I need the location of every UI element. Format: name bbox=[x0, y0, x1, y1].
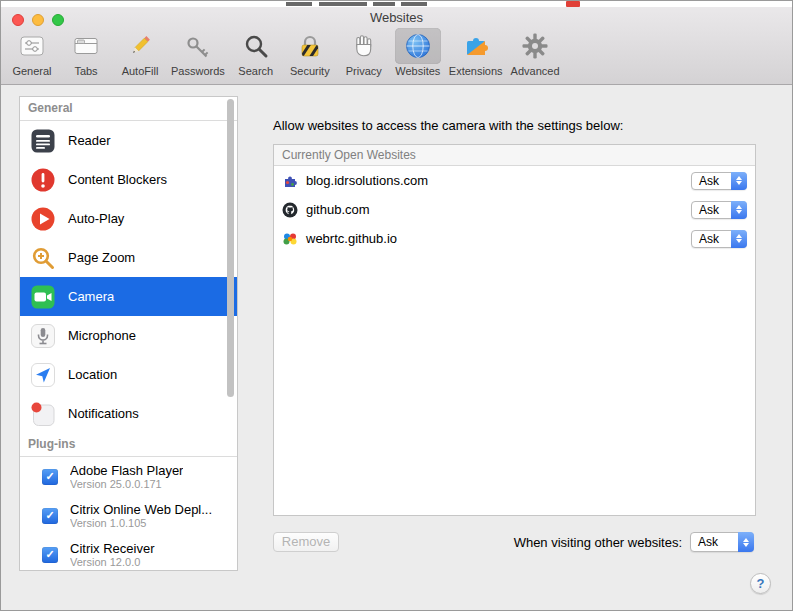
plugin-version: Version 1.0.105 bbox=[70, 517, 212, 530]
sidebar-item-label: Camera bbox=[68, 289, 114, 304]
background-text-fragment bbox=[373, 2, 395, 6]
sidebar-section-general: General bbox=[20, 97, 237, 121]
toolbar-item-autofill[interactable]: AutoFill bbox=[117, 28, 163, 77]
idrsolutions-favicon bbox=[282, 173, 298, 189]
table-row[interactable]: blog.idrsolutions.com Ask bbox=[274, 166, 755, 195]
sidebar-section-plugins: Plug-ins bbox=[20, 433, 237, 457]
search-icon bbox=[233, 28, 279, 64]
sidebar-item-page-zoom[interactable]: Page Zoom bbox=[20, 238, 237, 277]
sidebar-item-location[interactable]: Location bbox=[20, 355, 237, 394]
plugin-version: Version 25.0.0.171 bbox=[70, 478, 183, 491]
sidebar-item-reader[interactable]: Reader bbox=[20, 121, 237, 160]
preferences-toolbar: General Tabs AutoFill Passwords bbox=[9, 28, 560, 77]
sidebar: General Reader Content Blockers Auto-Pla… bbox=[19, 96, 238, 571]
sidebar-item-auto-play[interactable]: Auto-Play bbox=[20, 199, 237, 238]
privacy-hand-icon bbox=[341, 28, 387, 64]
sidebar-item-label: Location bbox=[68, 367, 117, 382]
plugin-name: Citrix Online Web Depl... bbox=[70, 502, 212, 517]
popup-stepper-icon bbox=[731, 172, 747, 190]
plugin-checkbox[interactable]: ✓ bbox=[42, 469, 58, 485]
toolbar-label: Websites bbox=[395, 65, 440, 77]
table-row[interactable]: webrtc.github.io Ask bbox=[274, 224, 755, 253]
content-blockers-icon bbox=[30, 167, 56, 193]
site-name: webrtc.github.io bbox=[306, 231, 397, 246]
plugin-name: Citrix Receiver bbox=[70, 541, 155, 556]
toolbar-item-advanced[interactable]: Advanced bbox=[511, 28, 560, 77]
general-icon bbox=[9, 28, 55, 64]
toolbar-item-tabs[interactable]: Tabs bbox=[63, 28, 109, 77]
toolbar-item-privacy[interactable]: Privacy bbox=[341, 28, 387, 77]
webrtc-favicon bbox=[282, 231, 298, 247]
table-header: Currently Open Websites bbox=[274, 145, 755, 166]
background-text-fragment bbox=[319, 2, 367, 6]
toolbar-label: Privacy bbox=[346, 65, 382, 77]
popup-stepper-icon bbox=[731, 230, 747, 248]
checkmark-icon: ✓ bbox=[45, 548, 54, 561]
sidebar-item-microphone[interactable]: Microphone bbox=[20, 316, 237, 355]
sidebar-item-camera[interactable]: Camera bbox=[20, 277, 237, 316]
other-websites-label: When visiting other websites: bbox=[514, 535, 682, 550]
toolbar-label: Passwords bbox=[171, 65, 225, 77]
notifications-icon bbox=[30, 401, 56, 427]
toolbar-item-general[interactable]: General bbox=[9, 28, 55, 77]
site-name: github.com bbox=[306, 202, 370, 217]
plugin-row-adobe-flash[interactable]: ✓ Adobe Flash Player Version 25.0.0.171 bbox=[20, 457, 237, 496]
gear-icon bbox=[512, 28, 558, 64]
sidebar-item-label: Microphone bbox=[68, 328, 136, 343]
plugin-checkbox[interactable]: ✓ bbox=[42, 508, 58, 524]
toolbar-item-websites[interactable]: Websites bbox=[395, 28, 441, 77]
open-websites-table: Currently Open Websites blog.idrsolution… bbox=[273, 144, 756, 516]
sidebar-item-label: Content Blockers bbox=[68, 172, 167, 187]
permission-popup[interactable]: Ask bbox=[691, 230, 747, 248]
github-favicon bbox=[282, 202, 298, 218]
checkmark-icon: ✓ bbox=[45, 470, 54, 483]
plugin-name: Adobe Flash Player bbox=[70, 463, 183, 478]
globe-icon bbox=[395, 28, 441, 64]
sidebar-item-label: Notifications bbox=[68, 406, 139, 421]
toolbar-label: Search bbox=[238, 65, 273, 77]
permission-popup[interactable]: Ask bbox=[691, 172, 747, 190]
help-button[interactable]: ? bbox=[750, 573, 771, 594]
auto-play-icon bbox=[30, 206, 56, 232]
toolbar-label: AutoFill bbox=[122, 65, 159, 77]
titlebar-toolbar: Websites General Tabs AutoFill bbox=[1, 7, 792, 85]
background-text-fragment bbox=[401, 2, 427, 6]
sidebar-item-label: Auto-Play bbox=[68, 211, 124, 226]
table-row[interactable]: github.com Ask bbox=[274, 195, 755, 224]
security-lock-icon bbox=[287, 28, 333, 64]
autofill-pencil-icon bbox=[117, 28, 163, 64]
toolbar-item-extensions[interactable]: Extensions bbox=[449, 28, 503, 77]
background-text-fragment bbox=[286, 2, 312, 6]
sidebar-item-label: Reader bbox=[68, 133, 111, 148]
location-arrow-icon bbox=[30, 362, 56, 388]
other-websites-control: When visiting other websites: Ask bbox=[514, 532, 754, 552]
toolbar-item-security[interactable]: Security bbox=[287, 28, 333, 77]
plugin-checkbox[interactable]: ✓ bbox=[42, 547, 58, 563]
plugin-version: Version 12.0.0 bbox=[70, 556, 155, 569]
key-icon bbox=[175, 28, 221, 64]
toolbar-label: General bbox=[12, 65, 51, 77]
reader-icon bbox=[30, 128, 56, 154]
tabs-icon bbox=[63, 28, 109, 64]
puzzle-icon bbox=[453, 28, 499, 64]
sidebar-item-content-blockers[interactable]: Content Blockers bbox=[20, 160, 237, 199]
background-red-fragment bbox=[566, 1, 580, 7]
safari-preferences-window: Websites General Tabs AutoFill bbox=[0, 0, 793, 611]
toolbar-item-passwords[interactable]: Passwords bbox=[171, 28, 225, 77]
other-websites-popup[interactable]: Ask bbox=[690, 532, 754, 552]
toolbar-item-search[interactable]: Search bbox=[233, 28, 279, 77]
camera-icon bbox=[30, 284, 56, 310]
toolbar-label: Tabs bbox=[74, 65, 97, 77]
toolbar-label: Security bbox=[290, 65, 330, 77]
plugin-row-citrix-receiver[interactable]: ✓ Citrix Receiver Version 12.0.0 bbox=[20, 535, 237, 571]
popup-stepper-icon bbox=[731, 201, 747, 219]
camera-settings-description: Allow websites to access the camera with… bbox=[273, 118, 623, 133]
remove-button[interactable]: Remove bbox=[273, 532, 339, 552]
popup-stepper-icon bbox=[738, 532, 754, 552]
sidebar-scrollbar[interactable] bbox=[227, 99, 234, 397]
site-name: blog.idrsolutions.com bbox=[306, 173, 428, 188]
sidebar-item-notifications[interactable]: Notifications bbox=[20, 394, 237, 433]
plugin-row-citrix-online[interactable]: ✓ Citrix Online Web Depl... Version 1.0.… bbox=[20, 496, 237, 535]
permission-popup[interactable]: Ask bbox=[691, 201, 747, 219]
sidebar-item-label: Page Zoom bbox=[68, 250, 135, 265]
